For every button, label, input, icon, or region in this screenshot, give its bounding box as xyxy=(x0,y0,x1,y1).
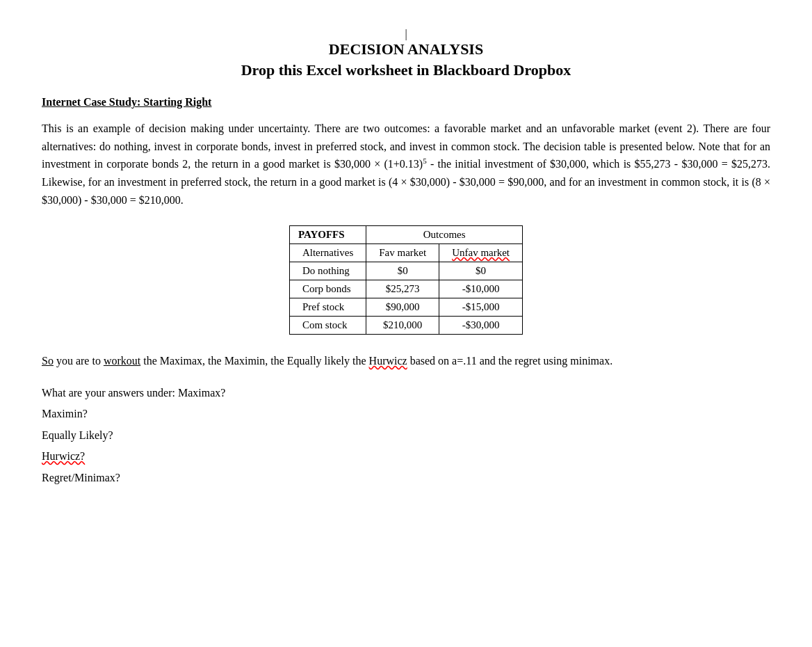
table-container: PAYOFFS Outcomes Alternatives Fav market… xyxy=(42,225,770,335)
question-regret: Regret/Minimax? xyxy=(42,468,770,488)
instruction-paragraph: So you are to workout the Maximax, the M… xyxy=(42,351,770,372)
table-cell-fav-2: $90,000 xyxy=(366,298,439,317)
table-row: Corp bonds $25,273 -$10,000 xyxy=(289,280,522,298)
table-cell-alt-3: Com stock xyxy=(289,317,366,335)
instruction-part1: you are to xyxy=(56,355,104,367)
question-equally-likely: Equally Likely? xyxy=(42,425,770,446)
page-container: | DECISION ANALYSIS Drop this Excel work… xyxy=(42,28,770,488)
instruction-part3: based on a=.11 and the regret using mini… xyxy=(407,355,612,367)
question-hurwicz: Hurwicz? xyxy=(42,446,770,467)
table-cell-unfav-3: -$30,000 xyxy=(439,317,523,335)
payoff-table: PAYOFFS Outcomes Alternatives Fav market… xyxy=(289,225,523,335)
table-row: Do nothing $0 $0 xyxy=(289,262,522,280)
question-hurwicz-text: Hurwicz? xyxy=(42,450,85,462)
table-row: Com stock $210,000 -$30,000 xyxy=(289,317,522,335)
table-subheader-unfav: Unfav market xyxy=(439,244,523,262)
so-label: So xyxy=(42,355,54,367)
case-study-title: Internet Case Study: Starting Right xyxy=(42,96,770,109)
table-cell-unfav-2: -$15,000 xyxy=(439,298,523,317)
bottom-instruction: So you are to workout the Maximax, the M… xyxy=(42,351,770,372)
questions-section: What are your answers under: Maximax? Ma… xyxy=(42,383,770,488)
table-subheader-alternatives: Alternatives xyxy=(289,244,366,262)
question-maximin: Maximin? xyxy=(42,404,770,424)
table-cell-fav-0: $0 xyxy=(366,262,439,280)
table-cell-alt-0: Do nothing xyxy=(289,262,366,280)
table-subheader-row: Alternatives Fav market Unfav market xyxy=(289,244,522,262)
table-cell-unfav-1: -$10,000 xyxy=(439,280,523,298)
main-title: DECISION ANALYSIS xyxy=(42,40,770,58)
table-cell-alt-1: Corp bonds xyxy=(289,280,366,298)
table-header-row: PAYOFFS Outcomes xyxy=(289,226,522,244)
table-header-payoffs: PAYOFFS xyxy=(289,226,366,244)
hurwicz-label: Hurwicz xyxy=(369,355,407,367)
table-cell-alt-2: Pref stock xyxy=(289,298,366,317)
unfav-market-label: Unfav market xyxy=(452,247,510,258)
body-paragraph: This is an example of decision making un… xyxy=(42,120,770,209)
vertical-bar-top: | xyxy=(42,28,770,40)
instruction-part2: the Maximax, the Maximin, the Equally li… xyxy=(140,355,368,367)
table-header-outcomes: Outcomes xyxy=(366,226,523,244)
question-intro: What are your answers under: Maximax? xyxy=(42,383,770,404)
sub-title: Drop this Excel worksheet in Blackboard … xyxy=(42,61,770,79)
table-cell-unfav-0: $0 xyxy=(439,262,523,280)
table-cell-fav-3: $210,000 xyxy=(366,317,439,335)
workout-label: workout xyxy=(104,355,140,367)
table-row: Pref stock $90,000 -$15,000 xyxy=(289,298,522,317)
table-cell-fav-1: $25,273 xyxy=(366,280,439,298)
table-subheader-fav: Fav market xyxy=(366,244,439,262)
